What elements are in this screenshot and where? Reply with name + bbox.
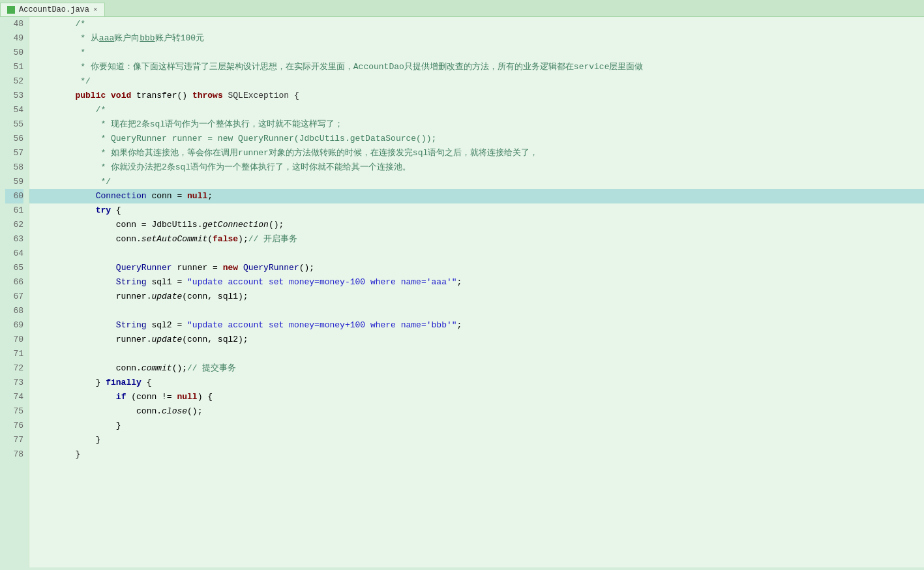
code-line-51: * 你要知道：像下面这样写违背了三层架构设计思想，在实际开发里面，Account…	[29, 60, 924, 74]
file-icon	[7, 6, 15, 14]
code-line-73: } finally {	[29, 376, 924, 390]
line-num-53: 53	[5, 89, 23, 103]
line-num-54: 54	[5, 103, 23, 117]
line-num-75: 75	[5, 404, 23, 419]
line-num-51: 51	[5, 60, 23, 74]
code-line-53: public void transfer() throws SQLExcepti…	[29, 89, 924, 103]
code-line-49: * 从aaa账户向bbb账户转100元	[29, 31, 924, 46]
tab-filename: AccountDao.java	[19, 5, 89, 14]
line-num-68: 68	[5, 304, 23, 318]
code-line-62: conn = JdbcUtils.getConnection();	[29, 218, 924, 232]
code-line-58: * 你就没办法把2条sql语句作为一个整体执行了，这时你就不能给其一个连接池。	[29, 160, 924, 175]
line-num-60: 60	[5, 189, 23, 203]
tab-bar: AccountDao.java ×	[0, 0, 924, 17]
line-num-57: 57	[5, 146, 23, 160]
code-line-67: runner.update(conn, sql1);	[29, 290, 924, 304]
code-content[interactable]: /* * 从aaa账户向bbb账户转100元 * * 你要知道：像下面这样写违背…	[29, 17, 924, 567]
line-num-70: 70	[5, 333, 23, 347]
code-line-50: *	[29, 46, 924, 60]
line-num-78: 78	[5, 447, 23, 462]
line-num-74: 74	[5, 390, 23, 404]
line-num-76: 76	[5, 419, 23, 433]
code-line-60: Connection conn = null;	[29, 189, 924, 203]
line-num-55: 55	[5, 117, 23, 132]
line-num-77: 77	[5, 433, 23, 447]
line-num-71: 71	[5, 347, 23, 361]
code-line-77: }	[29, 433, 924, 447]
code-line-74: if (conn != null) {	[29, 390, 924, 404]
code-line-71	[29, 347, 924, 361]
line-num-73: 73	[5, 376, 23, 390]
code-line-70: runner.update(conn, sql2);	[29, 333, 924, 347]
line-num-48: 48	[5, 17, 23, 31]
editor-area: 48 49 50 51 52 53 54 55 56 57 58 59 60 6…	[0, 17, 924, 567]
code-line-64	[29, 247, 924, 261]
code-line-52: */	[29, 74, 924, 89]
line-num-52: 52	[5, 74, 23, 89]
close-icon[interactable]: ×	[93, 6, 98, 14]
code-line-68	[29, 304, 924, 318]
line-num-66: 66	[5, 275, 23, 290]
line-num-56: 56	[5, 132, 23, 146]
code-line-69: String sql2 = "update account set money=…	[29, 318, 924, 333]
code-line-59: */	[29, 175, 924, 189]
line-num-49: 49	[5, 31, 23, 46]
tab-accountdao[interactable]: AccountDao.java ×	[0, 3, 105, 16]
line-num-72: 72	[5, 361, 23, 376]
code-line-63: conn.setAutoCommit(false);// 开启事务	[29, 232, 924, 247]
line-num-62: 62	[5, 218, 23, 232]
line-numbers: 48 49 50 51 52 53 54 55 56 57 58 59 60 6…	[0, 17, 29, 567]
code-line-72: conn.commit();// 提交事务	[29, 361, 924, 376]
code-line-66: String sql1 = "update account set money=…	[29, 275, 924, 290]
line-num-67: 67	[5, 290, 23, 304]
code-line-65: QueryRunner runner = new QueryRunner();	[29, 261, 924, 275]
code-line-56: * QueryRunner runner = new QueryRunner(J…	[29, 132, 924, 146]
line-num-64: 64	[5, 247, 23, 261]
line-num-61: 61	[5, 203, 23, 218]
code-line-78: }	[29, 447, 924, 462]
line-num-59: 59	[5, 175, 23, 189]
code-line-75: conn.close();	[29, 404, 924, 419]
code-line-48: /*	[29, 17, 924, 31]
line-num-63: 63	[5, 232, 23, 247]
code-line-55: * 现在把2条sql语句作为一个整体执行，这时就不能这样写了；	[29, 117, 924, 132]
code-line-76: }	[29, 419, 924, 433]
code-line-57: * 如果你给其连接池，等会你在调用runner对象的方法做转账的时候，在连接发完…	[29, 146, 924, 160]
line-num-69: 69	[5, 318, 23, 333]
line-num-50: 50	[5, 46, 23, 60]
code-line-61: try {	[29, 203, 924, 218]
line-num-58: 58	[5, 160, 23, 175]
code-line-54: /*	[29, 103, 924, 117]
line-num-65: 65	[5, 261, 23, 275]
